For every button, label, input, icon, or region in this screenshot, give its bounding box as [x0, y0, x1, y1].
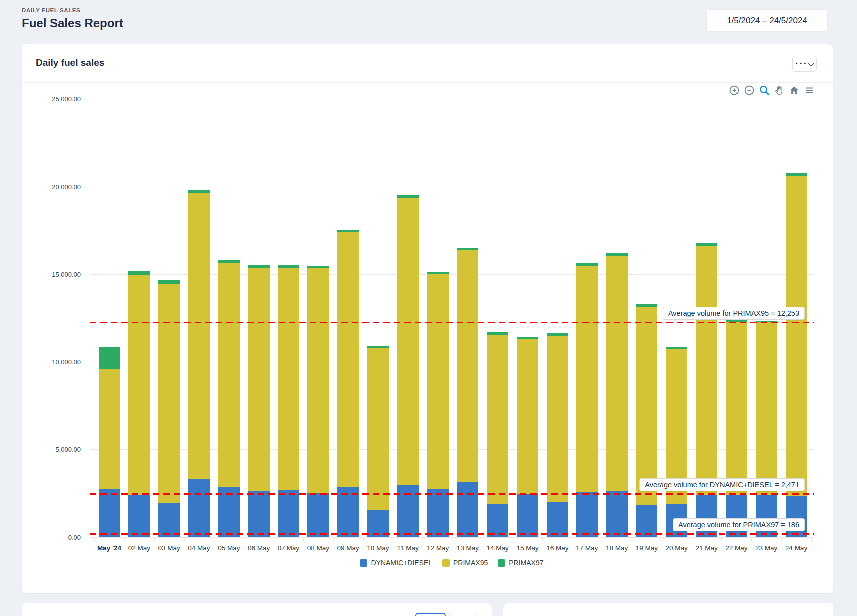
bar-segment-primax95[interactable] [158, 284, 180, 504]
bar-segment-dynamic-diesel[interactable] [337, 487, 359, 537]
bar-segment-dynamic-diesel[interactable] [218, 487, 240, 537]
bar-segment-primax95[interactable] [786, 176, 807, 496]
view-toggle-button[interactable] [449, 613, 477, 616]
bar-segment-dynamic-diesel[interactable] [397, 485, 419, 537]
chart-toolbar [729, 85, 815, 96]
y-axis-label: 15,000.00 [29, 270, 81, 278]
bar-segment-dynamic-diesel[interactable] [427, 489, 449, 537]
bar-segment-primax97[interactable] [636, 304, 657, 307]
bar-segment-primax95[interactable] [517, 339, 538, 494]
bar-segment-dynamic-diesel[interactable] [128, 495, 150, 537]
bar-segment-dynamic-diesel[interactable] [278, 490, 299, 537]
bar-segment-primax97[interactable] [218, 260, 240, 263]
bar-segment-primax95[interactable] [636, 307, 657, 505]
bar-segment-dynamic-diesel[interactable] [158, 503, 180, 537]
x-axis-tick [184, 538, 185, 541]
average-annotation-label: Average volume for PRIMAX95 = 12,253 [663, 307, 805, 320]
bar-segment-dynamic-diesel[interactable] [248, 491, 270, 537]
bar-segment-primax95[interactable] [278, 268, 299, 490]
legend-item-dynamic-diesel[interactable]: DYNAMIC+DIESEL [360, 559, 432, 567]
pan-icon[interactable] [774, 85, 785, 96]
x-axis-tick [721, 538, 722, 541]
page-kicker: DAILY FUEL SALES [22, 7, 80, 13]
x-axis-tick [483, 538, 483, 541]
bar-segment-primax95[interactable] [218, 263, 240, 487]
bar-segment-primax95[interactable] [427, 274, 449, 489]
bar-segment-primax95[interactable] [99, 369, 120, 489]
bar-segment-dynamic-diesel[interactable] [188, 479, 210, 537]
bar-segment-primax95[interactable] [576, 266, 598, 492]
bar-segment-primax97[interactable] [337, 230, 359, 232]
bar-segment-primax97[interactable] [576, 263, 598, 266]
bar-segment-dynamic-diesel[interactable] [636, 505, 657, 537]
bar-segment-primax95[interactable] [726, 322, 747, 495]
bar-segment-primax95[interactable] [397, 198, 419, 485]
bar-segment-primax95[interactable] [367, 348, 389, 510]
bar-segment-primax97[interactable] [158, 280, 180, 284]
bar-segment-primax97[interactable] [397, 195, 419, 198]
bar-segment-primax97[interactable] [128, 271, 150, 275]
bar-segment-dynamic-diesel[interactable] [307, 493, 329, 537]
view-toggle-button-active[interactable] [415, 613, 446, 616]
zoom-in-icon[interactable] [729, 85, 740, 96]
legend-item-primax97[interactable]: PRIMAX97 [498, 559, 543, 567]
bar-segment-primax97[interactable] [307, 266, 329, 268]
bar-segment-primax97[interactable] [606, 253, 628, 256]
x-axis-tick [602, 538, 602, 541]
bar-segment-primax95[interactable] [606, 256, 628, 491]
bar-segment-dynamic-diesel[interactable] [99, 489, 120, 537]
bar-segment-primax97[interactable] [696, 243, 717, 246]
x-axis-tick [214, 538, 214, 541]
average-annotation-line [90, 322, 814, 323]
bar-segment-dynamic-diesel[interactable] [547, 502, 568, 537]
bottom-right-card [503, 603, 833, 616]
bar-segment-primax95[interactable] [756, 322, 777, 495]
x-axis-tick [423, 538, 423, 541]
bar-segment-primax97[interactable] [188, 190, 210, 193]
legend-marker [360, 559, 367, 567]
bar-segment-primax97[interactable] [248, 265, 270, 268]
page: DAILY FUEL SALES Fuel Sales Report 1/5/2… [0, 0, 857, 616]
bar-segment-primax97[interactable] [517, 337, 538, 339]
bar-segment-primax97[interactable] [487, 332, 508, 335]
average-annotation-label: Average volume for DYNAMIC+DIESEL = 2,47… [639, 478, 805, 491]
average-annotation-line [90, 493, 814, 495]
bar-segment-primax95[interactable] [248, 268, 270, 491]
legend-label: PRIMAX97 [509, 559, 543, 567]
bar-segment-primax97[interactable] [666, 347, 687, 349]
y-axis-label: 25,000.00 [29, 95, 81, 103]
bar-segment-primax95[interactable] [547, 336, 568, 502]
x-axis-tick [363, 538, 364, 541]
bar-segment-primax97[interactable] [278, 265, 299, 268]
bar-segment-primax97[interactable] [457, 248, 478, 250]
bar-segment-dynamic-diesel[interactable] [457, 482, 478, 537]
bar-segment-primax95[interactable] [128, 275, 150, 495]
x-axis-tick [453, 538, 453, 541]
bar-segment-dynamic-diesel[interactable] [576, 492, 598, 537]
page-title: Fuel Sales Report [22, 16, 123, 30]
legend-item-primax95[interactable]: PRIMAX95 [442, 559, 488, 567]
bar-segment-primax95[interactable] [337, 232, 359, 488]
bar-segment-dynamic-diesel[interactable] [517, 494, 538, 537]
bar-segment-primax95[interactable] [487, 335, 508, 505]
bar-segment-primax97[interactable] [367, 346, 389, 348]
bar-segment-primax95[interactable] [307, 268, 329, 493]
card-more-menu-button[interactable]: • • • [792, 56, 817, 72]
bar-segment-primax95[interactable] [696, 246, 717, 495]
legend-label: PRIMAX95 [453, 559, 488, 567]
bar-segment-primax95[interactable] [457, 250, 478, 481]
bar-segment-primax97[interactable] [547, 333, 568, 335]
menu-icon[interactable] [804, 85, 815, 96]
bar-segment-primax97[interactable] [786, 173, 807, 176]
selection-zoom-icon[interactable] [759, 85, 770, 96]
bar-segment-primax97[interactable] [99, 347, 120, 369]
card-header: Daily fuel sales • • • [22, 44, 833, 83]
bar-segment-dynamic-diesel[interactable] [606, 491, 628, 537]
bar-segment-primax97[interactable] [427, 272, 449, 274]
x-axis-tick [274, 538, 274, 541]
zoom-out-icon[interactable] [744, 85, 755, 96]
bar-segment-dynamic-diesel[interactable] [487, 504, 508, 537]
bar-segment-primax95[interactable] [188, 193, 210, 479]
date-range-picker[interactable]: 1/5/2024 – 24/5/2024 [706, 9, 828, 32]
home-icon[interactable] [789, 85, 800, 96]
